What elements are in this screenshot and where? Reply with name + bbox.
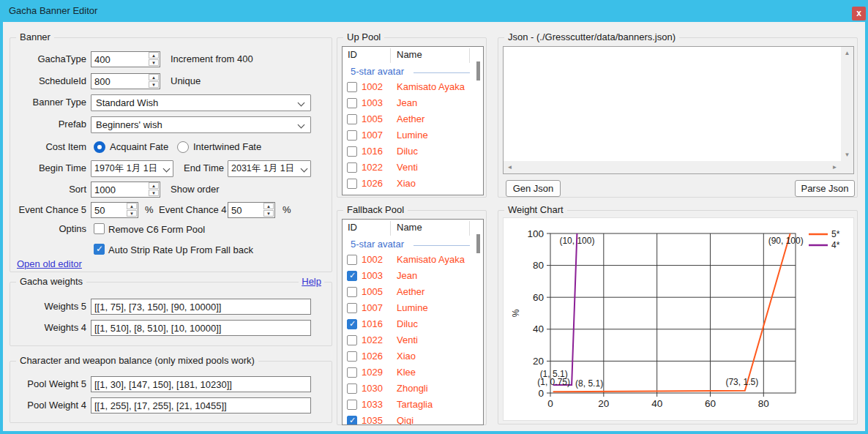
- pool-row[interactable]: 1030Zhongli: [343, 381, 483, 397]
- acquaint-fate-radio[interactable]: [94, 141, 105, 153]
- parse-json-button[interactable]: Parse Json: [795, 180, 855, 197]
- section-label: 5-star avatar: [351, 239, 404, 250]
- svg-text:60: 60: [533, 292, 544, 303]
- remove-c6-checkbox[interactable]: [94, 223, 105, 234]
- event-chance-4-spinner[interactable]: ▲ ▼: [263, 203, 274, 217]
- intertwined-fate-radio[interactable]: [177, 141, 189, 153]
- scrollbar-thumb[interactable]: [476, 61, 480, 81]
- spin-up-icon[interactable]: ▲: [149, 182, 159, 189]
- scrollbar-thumb[interactable]: [476, 234, 480, 253]
- spin-down-icon[interactable]: ▼: [149, 59, 159, 66]
- pool-weight-4-row: Pool Weight 4: [10, 397, 332, 414]
- pool-row[interactable]: 1016Diluc: [343, 316, 483, 332]
- chevron-down-icon: [163, 165, 171, 173]
- pool-row[interactable]: 1035Qiqi: [343, 413, 483, 425]
- titlebar: Gacha Banner Editor x: [0, 0, 868, 22]
- row-checkbox[interactable]: [347, 400, 357, 410]
- pool-row[interactable]: 1002Kamisato Ayaka: [343, 79, 483, 95]
- pool-row[interactable]: 1033Tartaglia: [343, 397, 483, 413]
- spin-up-icon[interactable]: ▲: [127, 203, 137, 209]
- up-pool-list[interactable]: ID Name 5-star avatar 1002Kamisato Ayaka…: [342, 46, 484, 195]
- spin-up-icon[interactable]: ▲: [149, 74, 159, 81]
- pool-weight-4-input[interactable]: [91, 397, 311, 414]
- schedule-id-spinner[interactable]: ▲ ▼: [149, 74, 160, 89]
- pool-row[interactable]: 1026Xiao: [343, 348, 483, 364]
- prefab-select[interactable]: Beginners' wish: [91, 116, 311, 133]
- row-checkbox[interactable]: [347, 179, 357, 189]
- row-name: Xiao: [397, 351, 416, 362]
- balance-group: Character and weapon balance (only mixed…: [10, 361, 332, 423]
- event-chance-4-unit: %: [283, 202, 291, 218]
- sort-spinner[interactable]: ▲ ▼: [149, 182, 160, 197]
- auto-strip-checkbox[interactable]: [94, 244, 105, 255]
- scroll-right-icon[interactable]: ►: [828, 161, 841, 173]
- banner-type-value: Standard Wish: [96, 95, 158, 111]
- scroll-up-icon[interactable]: ▲: [841, 47, 853, 59]
- event-chance-5-spinner[interactable]: ▲ ▼: [127, 203, 138, 217]
- gacha-type-label: GachaType: [10, 51, 86, 67]
- pool-row[interactable]: 1007Lumine: [343, 127, 483, 143]
- optins-label: Optins: [10, 222, 86, 236]
- optins-row-1: Optins Remove C6 Form Pool: [10, 222, 332, 236]
- weight-chart-title: Weight Chart: [504, 204, 567, 215]
- row-checkbox[interactable]: [347, 271, 357, 281]
- pool-row[interactable]: 1022Venti: [343, 160, 483, 176]
- row-checkbox[interactable]: [347, 82, 357, 92]
- pool-row[interactable]: 1022Venti: [343, 332, 483, 348]
- pool-weight-5-input[interactable]: [91, 376, 311, 392]
- spin-up-icon[interactable]: ▲: [263, 203, 274, 209]
- json-textarea[interactable]: [504, 47, 842, 162]
- fallback-pool-list[interactable]: ID Name 5-star avatar 1002Kamisato Ayaka…: [342, 219, 484, 425]
- weights-4-input[interactable]: [91, 320, 311, 336]
- weight-chart-group: Weight Chart 020406080020406080100%(10, …: [498, 210, 858, 424]
- pool-row[interactable]: 1005Aether: [343, 284, 483, 300]
- row-name: Venti: [397, 162, 418, 173]
- pool-row[interactable]: 1002Kamisato Ayaka: [343, 252, 483, 268]
- row-checkbox[interactable]: [347, 351, 357, 362]
- scroll-left-icon[interactable]: ◄: [504, 161, 516, 173]
- horizontal-scrollbar[interactable]: ◄ ►: [504, 161, 841, 173]
- pool-row[interactable]: 1016Diluc: [343, 143, 483, 160]
- row-checkbox[interactable]: [347, 114, 357, 124]
- spin-down-icon[interactable]: ▼: [149, 190, 159, 196]
- pool-rows: 1002Kamisato Ayaka1003Jean1005Aether1007…: [343, 252, 483, 425]
- pool-row[interactable]: 1007Lumine: [343, 300, 483, 316]
- chevron-down-icon: [298, 100, 305, 107]
- row-checkbox[interactable]: [347, 255, 357, 265]
- spin-down-icon[interactable]: ▼: [149, 81, 159, 88]
- row-checkbox[interactable]: [347, 416, 357, 425]
- gen-json-button[interactable]: Gen Json: [506, 180, 561, 197]
- pool-row[interactable]: 1003Jean: [343, 268, 483, 284]
- row-checkbox[interactable]: [347, 303, 357, 313]
- row-checkbox[interactable]: [347, 130, 357, 141]
- spin-down-icon[interactable]: ▼: [263, 210, 274, 217]
- weights-5-input[interactable]: [91, 299, 311, 315]
- gacha-type-row: GachaType ▲ ▼ Increment from 400: [10, 51, 332, 67]
- event-chance-5-unit: %: [145, 202, 154, 218]
- open-old-editor-link[interactable]: Open old editor: [17, 258, 82, 269]
- gacha-type-spinner[interactable]: ▲ ▼: [149, 52, 160, 67]
- begin-time-picker[interactable]: 1970年 1月 1日: [91, 160, 173, 177]
- vertical-scrollbar[interactable]: ▲ ▼: [841, 47, 853, 161]
- pool-row[interactable]: 1005Aether: [343, 111, 483, 127]
- scroll-down-icon[interactable]: ▼: [841, 149, 853, 161]
- row-checkbox[interactable]: [347, 335, 357, 345]
- help-link[interactable]: Help: [299, 276, 324, 287]
- spin-up-icon[interactable]: ▲: [149, 52, 159, 59]
- spin-down-icon[interactable]: ▼: [127, 210, 137, 217]
- row-checkbox[interactable]: [347, 98, 357, 108]
- row-checkbox[interactable]: [347, 287, 357, 297]
- row-checkbox[interactable]: [347, 319, 357, 329]
- pool-row[interactable]: 1029Klee: [343, 364, 483, 381]
- banner-type-select[interactable]: Standard Wish: [91, 94, 311, 111]
- pool-row[interactable]: 1003Jean: [343, 95, 483, 111]
- prefab-row: Prefab Beginners' wish: [10, 116, 332, 132]
- pool-row[interactable]: 1026Xiao: [343, 176, 483, 192]
- row-checkbox[interactable]: [347, 146, 357, 157]
- row-checkbox[interactable]: [347, 367, 357, 378]
- row-checkbox[interactable]: [347, 162, 357, 173]
- row-checkbox[interactable]: [347, 384, 357, 394]
- close-button[interactable]: x: [852, 7, 866, 20]
- end-time-picker[interactable]: 2031年 1月 1日: [228, 160, 311, 177]
- pool-weight-4-label: Pool Weight 4: [10, 397, 86, 414]
